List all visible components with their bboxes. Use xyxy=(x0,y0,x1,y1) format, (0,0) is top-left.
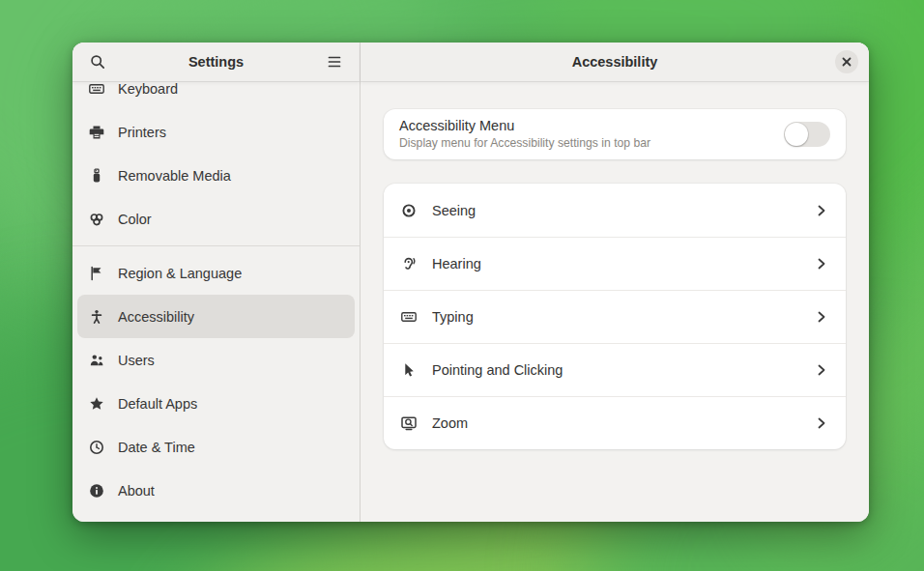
sidebar-divider xyxy=(72,245,360,246)
row-pointing-clicking[interactable]: Pointing and Clicking xyxy=(384,343,846,396)
sidebar-item-label: Accessibility xyxy=(118,309,194,325)
main-headerbar: Accessibility xyxy=(361,43,869,81)
removable-media-icon xyxy=(89,168,104,184)
main-menu-button[interactable] xyxy=(321,48,348,75)
sidebar-item-date-time[interactable]: Date & Time xyxy=(77,425,355,469)
sidebar-item-color[interactable]: Color xyxy=(77,197,355,241)
sidebar-item-keyboard[interactable]: Keyboard xyxy=(77,81,355,110)
close-icon xyxy=(839,56,854,68)
info-icon xyxy=(89,483,104,499)
color-icon xyxy=(89,212,104,227)
chevron-right-icon xyxy=(815,204,828,217)
nav-row-label: Seeing xyxy=(432,203,799,218)
search-button[interactable] xyxy=(84,48,111,75)
clock-icon xyxy=(89,440,104,455)
sidebar-item-users[interactable]: Users xyxy=(77,338,355,382)
search-icon xyxy=(90,54,105,70)
accessibility-nav-list: Seeing Hearing xyxy=(384,184,846,449)
row-seeing[interactable]: Seeing xyxy=(384,184,846,237)
accessibility-icon xyxy=(89,309,104,325)
sidebar-item-region-language[interactable]: Region & Language xyxy=(77,251,355,295)
page-title: Accessibility xyxy=(572,54,658,70)
sidebar: Settings Keyboard Pr xyxy=(72,43,361,522)
close-button[interactable] xyxy=(835,50,858,73)
keyboard-icon xyxy=(89,81,104,97)
sidebar-item-default-apps[interactable]: Default Apps xyxy=(77,382,355,425)
row-zoom[interactable]: Zoom xyxy=(384,396,846,449)
sidebar-item-label: Printers xyxy=(118,125,166,140)
sidebar-item-label: Region & Language xyxy=(118,266,242,281)
main-pane: Accessibility Accessibility Menu Display… xyxy=(361,43,869,522)
sidebar-item-label: About xyxy=(118,483,155,499)
accessibility-menu-row: Accessibility Menu Display menu for Acce… xyxy=(384,109,846,159)
chevron-right-icon xyxy=(815,310,828,324)
nav-row-label: Zoom xyxy=(432,415,799,431)
sidebar-item-removable-media[interactable]: Removable Media xyxy=(77,154,355,197)
sidebar-item-label: Removable Media xyxy=(118,168,231,184)
sidebar-item-label: Date & Time xyxy=(118,440,195,455)
star-icon xyxy=(89,396,104,412)
sidebar-item-label: Default Apps xyxy=(118,396,197,412)
sidebar-item-label: Users xyxy=(118,353,155,368)
printer-icon xyxy=(89,125,104,140)
settings-window: Settings Keyboard Pr xyxy=(72,43,869,522)
sidebar-item-accessibility[interactable]: Accessibility xyxy=(77,295,355,338)
chevron-right-icon xyxy=(815,257,828,271)
sidebar-item-printers[interactable]: Printers xyxy=(77,110,355,154)
eye-icon xyxy=(401,203,417,218)
hamburger-menu-icon xyxy=(327,54,342,70)
nav-row-label: Pointing and Clicking xyxy=(432,362,799,378)
sidebar-list: Keyboard Printers Removable Media xyxy=(72,81,360,522)
accessibility-menu-subtitle: Display menu for Accessibility settings … xyxy=(399,136,772,152)
sidebar-item-label: Keyboard xyxy=(118,81,178,97)
sidebar-item-label: Color xyxy=(118,212,152,227)
chevron-right-icon xyxy=(815,416,828,430)
accessibility-menu-text: Accessibility Menu Display menu for Acce… xyxy=(399,117,772,151)
nav-row-label: Typing xyxy=(432,309,799,325)
sidebar-headerbar: Settings xyxy=(72,43,360,81)
sidebar-title: Settings xyxy=(111,54,321,70)
cursor-icon xyxy=(401,362,417,378)
ear-icon xyxy=(401,256,417,271)
users-icon xyxy=(89,353,104,368)
row-hearing[interactable]: Hearing xyxy=(384,237,846,290)
toggle-knob xyxy=(785,123,808,146)
flag-icon xyxy=(89,266,104,281)
sidebar-item-about[interactable]: About xyxy=(77,469,355,512)
keyboard-icon xyxy=(401,309,417,325)
zoom-icon xyxy=(401,415,417,431)
accessibility-menu-toggle[interactable] xyxy=(784,122,830,147)
accessibility-page: Accessibility Menu Display menu for Acce… xyxy=(361,81,869,522)
nav-row-label: Hearing xyxy=(432,256,799,271)
chevron-right-icon xyxy=(815,363,828,377)
row-typing[interactable]: Typing xyxy=(384,290,846,343)
accessibility-menu-title: Accessibility Menu xyxy=(399,117,772,136)
